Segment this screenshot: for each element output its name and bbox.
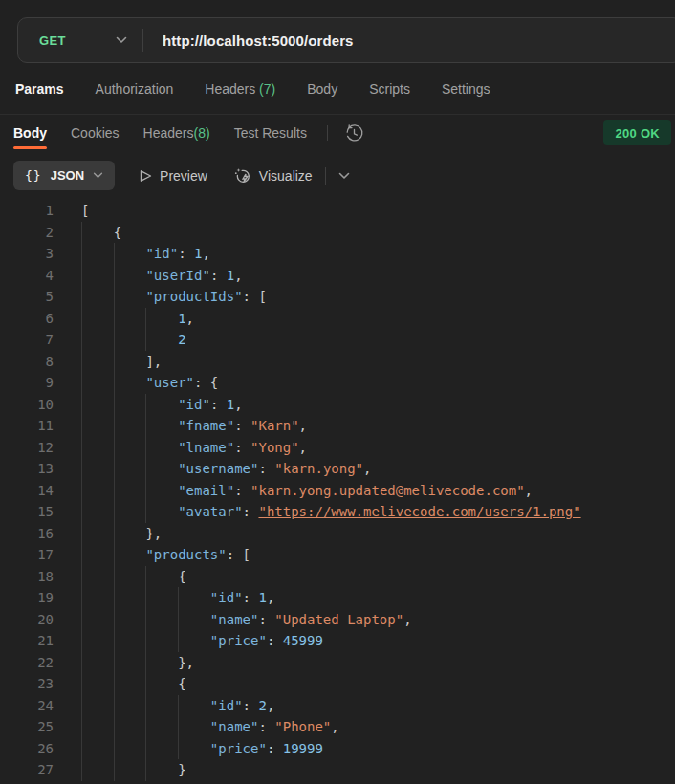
code-line: 6 1, bbox=[0, 308, 675, 330]
code-token: "id" bbox=[145, 246, 178, 261]
response-history-button[interactable] bbox=[344, 123, 364, 143]
code-line: 12 "lname": "Yong", bbox=[0, 437, 675, 459]
url-bar: GET http://localhost:5000/orders bbox=[17, 17, 675, 63]
code-token: , bbox=[202, 246, 209, 261]
code-line: 2 { bbox=[0, 222, 675, 244]
url-input[interactable]: http://localhost:5000/orders bbox=[163, 33, 354, 49]
code-token: : bbox=[258, 461, 274, 476]
chevron-down-icon bbox=[338, 172, 350, 180]
line-number: 26 bbox=[0, 738, 54, 760]
code-text: "id": 2, bbox=[81, 695, 274, 717]
line-number: 8 bbox=[0, 351, 54, 373]
code-token: { bbox=[114, 225, 121, 240]
code-token: : bbox=[258, 612, 274, 627]
response-body-json[interactable]: 1[2 {3 "id": 1,4 "userId": 1,5 "productI… bbox=[0, 200, 675, 784]
code-token: : bbox=[267, 633, 283, 648]
code-text: { bbox=[81, 673, 186, 695]
line-number: 5 bbox=[0, 286, 54, 308]
line-number: 6 bbox=[0, 308, 54, 330]
code-token: "karn.yong" bbox=[274, 461, 363, 476]
code-token: : [ bbox=[243, 289, 267, 304]
code-token: [ bbox=[81, 203, 89, 218]
response-tab-test-results[interactable]: Test Results bbox=[234, 115, 307, 151]
code-line: 10 "id": 1, bbox=[0, 394, 675, 416]
visualize-button[interactable]: Visualize bbox=[234, 167, 313, 185]
code-token: ], bbox=[145, 354, 162, 369]
code-text: "id": 1, bbox=[81, 394, 243, 416]
code-text: 1, bbox=[81, 308, 194, 330]
code-token: : bbox=[210, 268, 227, 283]
code-text: "id": 1, bbox=[81, 243, 210, 265]
code-token: }, bbox=[145, 526, 162, 541]
play-outline-icon bbox=[140, 169, 152, 183]
code-token: : bbox=[243, 698, 259, 713]
code-line: 22 }, bbox=[0, 652, 675, 674]
code-token: "avatar" bbox=[178, 504, 242, 519]
code-text: { bbox=[81, 566, 186, 588]
method-label: GET bbox=[39, 33, 66, 48]
request-tab-authorization[interactable]: Authorization bbox=[96, 81, 174, 97]
line-number: 25 bbox=[0, 716, 54, 738]
line-number: 9 bbox=[0, 372, 54, 394]
code-token: "price" bbox=[210, 741, 267, 756]
more-formats-button[interactable] bbox=[338, 172, 350, 180]
code-token: "fname" bbox=[178, 418, 234, 433]
line-number: 12 bbox=[0, 437, 54, 459]
code-text: "avatar": "https://www.melivecode.com/us… bbox=[81, 501, 581, 523]
line-number: 21 bbox=[0, 630, 54, 652]
line-number: 23 bbox=[0, 673, 54, 695]
code-text: "id": 1, bbox=[81, 587, 274, 609]
format-select[interactable]: {} JSON bbox=[13, 161, 115, 190]
line-number: 10 bbox=[0, 394, 54, 416]
request-tab-scripts[interactable]: Scripts bbox=[369, 81, 410, 97]
code-token: : bbox=[258, 719, 274, 734]
code-text: "fname": "Karn", bbox=[81, 415, 307, 437]
code-token: , bbox=[267, 698, 274, 713]
method-select[interactable]: GET bbox=[18, 18, 142, 62]
line-number: 17 bbox=[0, 544, 54, 566]
code-text: ], bbox=[81, 351, 162, 373]
request-tab-params[interactable]: Params bbox=[15, 81, 64, 97]
code-token: 2 bbox=[178, 332, 185, 347]
request-tab-body[interactable]: Body bbox=[307, 81, 338, 97]
code-token: "name" bbox=[210, 612, 259, 627]
line-number: 14 bbox=[0, 480, 54, 502]
line-number: 13 bbox=[0, 458, 54, 480]
code-token: , bbox=[234, 268, 242, 283]
code-token: "productIds" bbox=[145, 289, 242, 304]
code-token: , bbox=[525, 483, 533, 498]
method-url-divider bbox=[142, 29, 143, 52]
avatar-url-link[interactable]: "https://www.melivecode.com/users/1.png" bbox=[258, 504, 580, 519]
line-number: 11 bbox=[0, 415, 54, 437]
line-number: 15 bbox=[0, 501, 54, 523]
code-token: , bbox=[363, 461, 371, 476]
status-badge[interactable]: 200 OK bbox=[603, 120, 671, 145]
code-line: 23 { bbox=[0, 673, 675, 695]
preview-button[interactable]: Preview bbox=[140, 168, 207, 184]
code-token: "Phone" bbox=[274, 719, 331, 734]
code-line: 21 "price": 45999 bbox=[0, 630, 675, 652]
code-text: "name": "Updated Laptop", bbox=[81, 609, 412, 631]
code-text: }, bbox=[81, 523, 162, 545]
code-token: "email" bbox=[178, 483, 234, 498]
code-line: 25 "name": "Phone", bbox=[0, 716, 675, 738]
code-token: "name" bbox=[210, 719, 259, 734]
code-line: 19 "id": 1, bbox=[0, 587, 675, 609]
code-line: 17 "products": [ bbox=[0, 544, 675, 566]
code-token: "id" bbox=[210, 590, 243, 605]
response-tab-cookies[interactable]: Cookies bbox=[71, 115, 120, 151]
code-token: : bbox=[234, 440, 250, 455]
request-tab-headers[interactable]: Headers (7) bbox=[205, 81, 275, 97]
request-tab-settings[interactable]: Settings bbox=[442, 81, 490, 97]
response-tab-headers[interactable]: Headers (8) bbox=[143, 115, 210, 151]
response-tabs-divider bbox=[327, 125, 328, 141]
code-token: { bbox=[178, 676, 185, 691]
code-text: { bbox=[81, 222, 121, 244]
code-token: }, bbox=[178, 655, 194, 670]
response-tab-body[interactable]: Body bbox=[13, 115, 47, 151]
code-line: 7 2 bbox=[0, 329, 675, 351]
code-line: 5 "productIds": [ bbox=[0, 286, 675, 308]
code-line: 9 "user": { bbox=[0, 372, 675, 394]
code-token: "Karn" bbox=[250, 418, 299, 433]
code-token: , bbox=[299, 418, 307, 433]
